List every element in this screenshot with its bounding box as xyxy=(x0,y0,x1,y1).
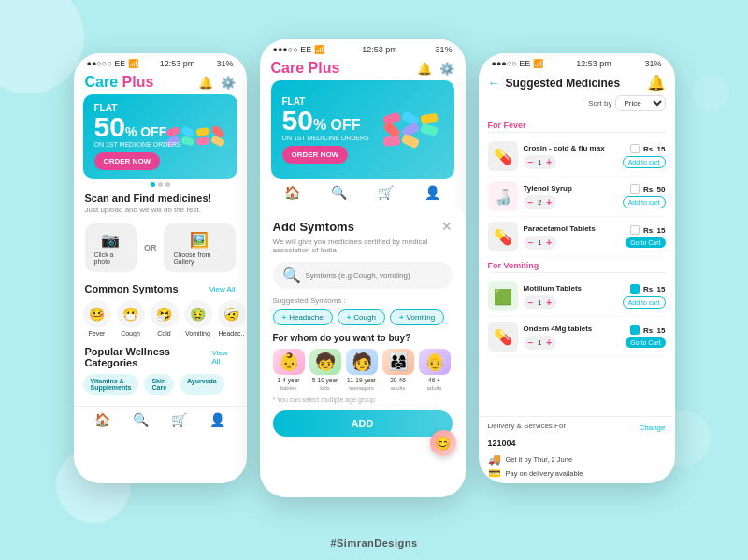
header-icons-1[interactable]: 🔔 ⚙️ xyxy=(198,76,236,90)
nav-home-1[interactable]: 🏠 xyxy=(94,412,110,427)
category-vitamins[interactable]: Vitamins &Supplements xyxy=(83,374,139,395)
age-group-babies[interactable]: 👶 1-4 yearbabies xyxy=(273,349,305,392)
age-group-46plus[interactable]: 👴 46 +adults xyxy=(419,349,451,392)
nav-search-1[interactable]: 🔍 xyxy=(133,412,149,427)
back-arrow[interactable]: ← xyxy=(488,76,500,90)
headache-icon: 🤕 xyxy=(218,300,246,328)
nav-home-2[interactable]: 🏠 xyxy=(284,185,300,200)
ondem-price: Rs. 15 xyxy=(643,326,666,335)
bottom-nav-2: 🏠 🔍 🛒 👤 xyxy=(260,179,466,208)
tylenol-checkbox[interactable] xyxy=(630,184,640,194)
notification-icon-2[interactable]: 🔔 xyxy=(417,62,432,76)
camera-btn[interactable]: 📷 Click a photo xyxy=(85,223,137,272)
age-group-adults[interactable]: 👨‍👩‍👧 20-46adults xyxy=(382,349,414,392)
modal-title: Add Symtoms xyxy=(273,220,354,234)
motilium-qty: − 1 + xyxy=(524,295,557,309)
paracetamol-actions: Rs. 15 Go to Cart xyxy=(626,225,665,248)
vomiting-icon: 🤢 xyxy=(184,300,212,328)
symptom-vomiting[interactable]: 🤢 Vomiting xyxy=(184,300,212,337)
app-header-1: Care Plus 🔔 ⚙️ xyxy=(74,70,247,94)
chip-vomiting[interactable]: + Vomiting xyxy=(390,309,444,325)
gallery-btn[interactable]: 🖼️ Choose from Gallery xyxy=(164,223,235,272)
adults-img: 👨‍👩‍👧 xyxy=(382,349,414,375)
symptom-cold[interactable]: 🤧 Cold xyxy=(151,300,179,337)
tylenol-img: 🍶 xyxy=(488,181,518,211)
paracetamol-qty-val: 1 xyxy=(536,238,543,247)
paracetamol-qty: − 1 + xyxy=(524,236,557,250)
modal-close-btn[interactable]: ✕ xyxy=(441,219,453,234)
crosin-add-cart[interactable]: Add to cart xyxy=(623,156,666,168)
nav-profile-2[interactable]: 👤 xyxy=(424,185,440,200)
ondem-checkbox[interactable] xyxy=(630,325,640,335)
status-bar-3: ●●●○○ EE 📶 12:53 pm 31% xyxy=(479,53,675,70)
symptom-headache[interactable]: 🤕 Headac.. xyxy=(218,300,246,337)
nav-cart-1[interactable]: 🛒 xyxy=(171,412,187,427)
symptoms-title: Common Symtoms xyxy=(85,283,179,294)
tylenol-minus[interactable]: − xyxy=(528,197,534,208)
crosin-checkbox[interactable] xyxy=(630,144,640,153)
symptom-search-input[interactable] xyxy=(306,271,443,280)
paracetamol-img: 💊 xyxy=(488,222,518,251)
chip-cough[interactable]: + Cough xyxy=(338,309,385,325)
age-group-kids[interactable]: 🧒 5-10 yearkids xyxy=(309,349,341,392)
ondem-price-row: Rs. 15 xyxy=(630,325,666,335)
paracetamol-checkbox[interactable] xyxy=(630,225,640,235)
motilium-plus[interactable]: + xyxy=(546,297,552,308)
fever-icon: 🤒 xyxy=(83,300,111,328)
search-icon-modal: 🔍 xyxy=(282,266,301,284)
med-ondem: 💊 Ondem 4Mg tablets − 1 + Rs. 15 Go to C… xyxy=(488,317,666,357)
chip-headache[interactable]: + Headache xyxy=(273,309,333,325)
logo-plus: Plus xyxy=(122,74,154,90)
settings-icon-2[interactable]: ⚙️ xyxy=(439,62,454,76)
tylenol-plus[interactable]: + xyxy=(546,197,552,208)
settings-icon[interactable]: ⚙️ xyxy=(221,76,236,90)
crosin-minus[interactable]: − xyxy=(528,157,534,167)
paracetamol-go-cart[interactable]: Go to Cart xyxy=(626,237,665,248)
nav-search-2[interactable]: 🔍 xyxy=(331,185,347,200)
cold-icon: 🤧 xyxy=(151,300,179,328)
paracetamol-plus[interactable]: + xyxy=(546,237,552,248)
crosin-plus[interactable]: + xyxy=(546,157,552,167)
status-bar-2: ●●●○○ EE 📶 12:53 pm 31% xyxy=(260,39,466,56)
category-ayurveda[interactable]: Ayurveda xyxy=(180,374,224,395)
ondem-minus[interactable]: − xyxy=(528,337,534,348)
fever-label: Fever xyxy=(89,330,106,337)
nav-profile-1[interactable]: 👤 xyxy=(209,412,225,427)
logo-1: Care Plus xyxy=(85,74,154,91)
wellness-view-all[interactable]: View All xyxy=(211,349,235,366)
delivery-section: Delivery & Services For Change 121004 🚚 … xyxy=(479,416,675,483)
battery-2: 31% xyxy=(435,45,452,54)
motilium-name: Motilium Tablets xyxy=(524,284,617,293)
motilium-checkbox[interactable] xyxy=(630,284,640,294)
header-icons-2[interactable]: 🔔 ⚙️ xyxy=(417,62,454,76)
nav-cart-2[interactable]: 🛒 xyxy=(378,185,394,200)
notification-icon[interactable]: 🔔 xyxy=(198,76,213,90)
pay-icon: 💳 xyxy=(488,467,501,480)
camera-label: Click a photo xyxy=(94,251,127,265)
ondem-go-cart[interactable]: Go to Cart xyxy=(626,337,665,348)
symptom-cough[interactable]: 😷 Cough xyxy=(117,300,145,337)
paracetamol-name: Paracetamol Tablets xyxy=(524,224,621,233)
crosin-qty-val: 1 xyxy=(536,158,543,166)
motilium-add-cart[interactable]: Add to cart xyxy=(623,296,666,309)
category-skin[interactable]: SkinCare xyxy=(144,374,174,395)
change-link[interactable]: Change xyxy=(639,424,665,432)
age-group-teens[interactable]: 🧑 11-19 yearteenagers xyxy=(346,349,378,392)
order-btn-2[interactable]: ORDER NOW xyxy=(282,146,349,164)
modal-desc: We will give you medicines certified by … xyxy=(273,237,453,254)
ondem-plus[interactable]: + xyxy=(546,337,552,348)
pincode: 121004 xyxy=(488,438,516,448)
order-btn-1[interactable]: ORDER NOW xyxy=(94,152,161,170)
symptom-fever[interactable]: 🤒 Fever xyxy=(83,300,111,337)
sort-select[interactable]: Price Name xyxy=(615,95,666,111)
ondem-img: 💊 xyxy=(488,322,518,352)
add-symptoms-btn[interactable]: ADD xyxy=(273,410,453,437)
symptoms-view-all[interactable]: View All xyxy=(209,285,236,294)
notification-icon-3[interactable]: 🔔 xyxy=(647,74,666,92)
categories-row: Vitamins &Supplements SkinCare Ayurveda xyxy=(74,370,247,398)
tylenol-add-cart[interactable]: Add to cart xyxy=(623,196,666,208)
motilium-minus[interactable]: − xyxy=(528,297,534,308)
motilium-info: Motilium Tablets − 1 + xyxy=(524,284,617,309)
paracetamol-minus[interactable]: − xyxy=(528,237,534,248)
delivery-truck-icon: 🚚 xyxy=(488,453,501,466)
